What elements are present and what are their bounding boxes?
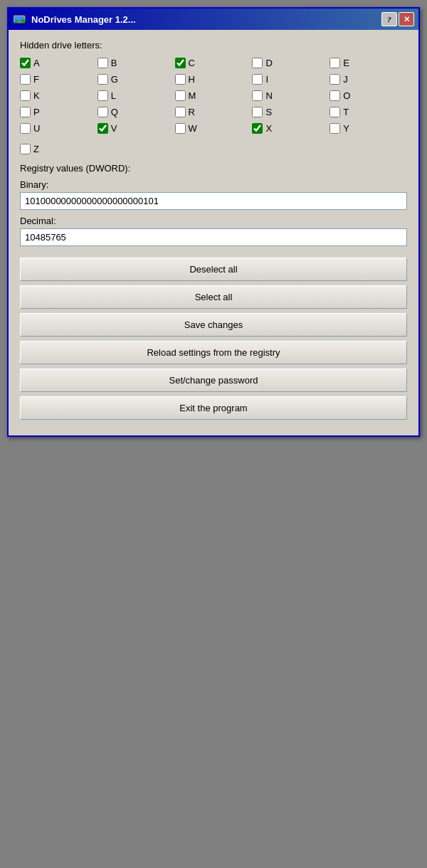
drive-checkbox-item-x: X [252, 122, 330, 135]
drive-checkbox-x[interactable] [252, 123, 263, 134]
drive-label-a[interactable]: A [33, 58, 40, 68]
drive-checkbox-r[interactable] [175, 107, 186, 117]
drive-label-z[interactable]: Z [33, 144, 39, 154]
drive-checkbox-grid: ABCDEFGHIJKLMNOPQRSTUVWXY [20, 56, 407, 135]
main-window: NoDrives Manager 1.2... ? ✕ Hidden drive… [7, 7, 420, 437]
buttons-area: Deselect all Select all Save changes Rel… [20, 258, 407, 424]
drive-checkbox-a[interactable] [20, 58, 31, 68]
drive-label-r[interactable]: R [189, 107, 195, 117]
drive-checkbox-item-e: E [330, 56, 407, 70]
binary-input[interactable] [20, 192, 407, 210]
drive-label-p[interactable]: P [33, 107, 40, 117]
drive-label-b[interactable]: B [111, 58, 117, 68]
drive-checkbox-item-z: Z [20, 142, 39, 156]
drive-checkbox-item-i: I [252, 73, 330, 86]
registry-values-label: Registry values (DWORD): [20, 163, 407, 174]
window-title: NoDrives Manager 1.2... [31, 14, 136, 25]
close-button[interactable]: ✕ [399, 12, 414, 26]
drive-checkbox-v[interactable] [97, 123, 108, 134]
drive-checkbox-item-n: N [252, 89, 330, 102]
reload-settings-button[interactable]: Reload settings from the registry [20, 341, 407, 364]
drive-checkbox-w[interactable] [175, 123, 186, 134]
drive-z-row: Z [20, 142, 407, 156]
drive-checkbox-d[interactable] [252, 58, 263, 68]
drive-label-x[interactable]: X [265, 123, 272, 134]
drive-checkbox-f[interactable] [20, 74, 31, 85]
drive-checkbox-c[interactable] [175, 58, 186, 68]
drive-checkbox-b[interactable] [97, 58, 108, 68]
drive-checkbox-item-u: U [20, 122, 97, 135]
drive-checkbox-p[interactable] [20, 107, 31, 117]
drive-label-m[interactable]: M [189, 90, 196, 101]
drive-label-g[interactable]: G [111, 74, 118, 85]
drive-checkbox-item-o: O [330, 89, 407, 102]
content-area: Hidden drive letters: ABCDEFGHIJKLMNOPQR… [9, 30, 418, 435]
drive-label-j[interactable]: J [343, 74, 348, 85]
drive-checkbox-q[interactable] [97, 107, 108, 117]
drive-label-u[interactable]: U [33, 123, 40, 134]
drive-label-h[interactable]: H [189, 74, 195, 85]
drive-checkbox-m[interactable] [175, 90, 186, 101]
drive-checkbox-u[interactable] [20, 123, 31, 134]
drive-label-w[interactable]: W [189, 123, 197, 134]
drive-checkbox-item-m: M [175, 89, 253, 102]
drive-label-i[interactable]: I [265, 74, 268, 85]
registry-section: Registry values (DWORD): Binary: Decimal… [20, 163, 407, 252]
drive-label-v[interactable]: V [111, 123, 117, 134]
drive-checkbox-item-a: A [20, 56, 97, 70]
drive-checkbox-j[interactable] [330, 74, 340, 85]
drive-label-n[interactable]: N [265, 90, 272, 101]
drive-checkbox-item-s: S [252, 105, 330, 119]
drive-checkbox-k[interactable] [20, 90, 31, 101]
deselect-all-button[interactable]: Deselect all [20, 258, 407, 281]
drive-label-k[interactable]: K [33, 90, 40, 101]
drive-checkbox-item-g: G [97, 73, 175, 86]
drive-label-s[interactable]: S [265, 107, 272, 117]
drive-checkbox-item-k: K [20, 89, 97, 102]
app-icon [13, 14, 27, 25]
drive-checkbox-item-l: L [97, 89, 175, 102]
drive-checkbox-item-r: R [175, 105, 253, 119]
drive-checkbox-item-b: B [97, 56, 175, 70]
drive-checkbox-item-p: P [20, 105, 97, 119]
drive-checkbox-h[interactable] [175, 74, 186, 85]
drive-label-f[interactable]: F [33, 74, 39, 85]
drive-checkbox-item-f: F [20, 73, 97, 86]
save-changes-button[interactable]: Save changes [20, 313, 407, 337]
drive-label-l[interactable]: L [111, 90, 116, 101]
drive-label-e[interactable]: E [343, 58, 349, 68]
help-button[interactable]: ? [381, 12, 397, 26]
drive-checkbox-l[interactable] [97, 90, 108, 101]
drive-label-q[interactable]: Q [111, 107, 118, 117]
drive-checkbox-item-w: W [175, 122, 253, 135]
drive-checkbox-item-v: V [97, 122, 175, 135]
exit-program-button[interactable]: Exit the program [20, 396, 407, 420]
drive-checkbox-item-h: H [175, 73, 253, 86]
drive-label-o[interactable]: O [343, 90, 350, 101]
drive-checkbox-item-y: Y [330, 122, 407, 135]
drive-checkbox-e[interactable] [330, 58, 340, 68]
titlebar-buttons: ? ✕ [381, 12, 414, 26]
titlebar: NoDrives Manager 1.2... ? ✕ [9, 9, 418, 30]
drive-label-t[interactable]: T [343, 107, 349, 117]
drive-checkbox-item-c: C [175, 56, 253, 70]
drive-label-d[interactable]: D [265, 58, 272, 68]
drive-checkbox-t[interactable] [330, 107, 340, 117]
binary-label: Binary: [20, 179, 407, 190]
drive-checkbox-z[interactable] [20, 144, 31, 154]
drive-checkbox-item-q: Q [97, 105, 175, 119]
drive-checkbox-g[interactable] [97, 74, 108, 85]
drive-checkbox-y[interactable] [330, 123, 340, 134]
drive-checkbox-s[interactable] [252, 107, 263, 117]
drive-label-c[interactable]: C [189, 58, 195, 68]
set-change-password-button[interactable]: Set/change password [20, 369, 407, 392]
drive-label-y[interactable]: Y [343, 123, 349, 134]
drive-checkbox-o[interactable] [330, 90, 340, 101]
drive-checkbox-i[interactable] [252, 74, 263, 85]
svg-rect-3 [18, 21, 22, 23]
select-all-button[interactable]: Select all [20, 285, 407, 309]
titlebar-left: NoDrives Manager 1.2... [13, 14, 136, 25]
decimal-input[interactable] [20, 228, 407, 246]
drive-checkbox-n[interactable] [252, 90, 263, 101]
drive-checkbox-item-j: J [330, 73, 407, 86]
